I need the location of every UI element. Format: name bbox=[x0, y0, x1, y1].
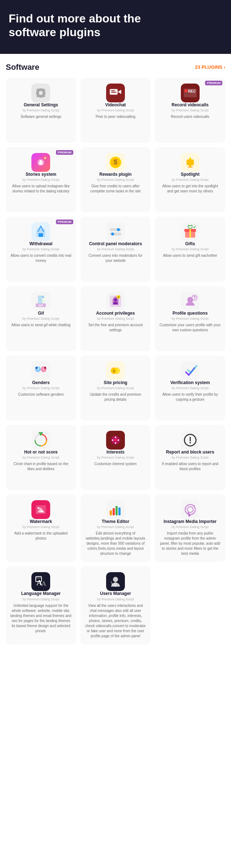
plugin-card-gif[interactable]: GIF Gif by Premium Dating Script Allow u… bbox=[6, 286, 76, 351]
plugin-desc: Allow users to send gift eachother bbox=[163, 253, 217, 258]
plugin-desc: Convert users into moderators for your w… bbox=[85, 253, 147, 263]
plugin-card-stories-system[interactable]: PREMIUM Stories system by Premium Dating… bbox=[6, 147, 76, 212]
svg-point-83 bbox=[38, 507, 40, 509]
section-header: Software 23 PLUGINS bbox=[6, 63, 225, 72]
plugin-author: by Premium Dating Script bbox=[97, 178, 134, 182]
svg-point-45 bbox=[114, 298, 117, 301]
svg-point-75 bbox=[112, 439, 113, 441]
svg-rect-52 bbox=[31, 361, 50, 380]
plugin-name: Gifts bbox=[185, 241, 195, 247]
plugin-icon-instagram-media-importer bbox=[181, 500, 200, 519]
plugin-author: by Premium Dating Script bbox=[97, 386, 134, 390]
plugin-card-watermark[interactable]: Watermark by Premium Dating Script Add a… bbox=[6, 494, 76, 562]
svg-point-72 bbox=[114, 439, 117, 442]
plugin-icon-stories-system bbox=[31, 153, 50, 172]
plugin-desc: Add a watermark to the uploaded photos bbox=[10, 531, 72, 541]
plugin-icon-site-pricing: $ bbox=[106, 361, 125, 380]
premium-badge: PREMIUM bbox=[205, 81, 222, 85]
plugin-desc: Allow users to convert credits into real… bbox=[10, 253, 72, 263]
plugin-card-general-settings[interactable]: General Settings by Premium Dating Scrip… bbox=[6, 78, 76, 143]
plugin-icon-theme-editor bbox=[106, 500, 125, 519]
plugin-card-users-manager[interactable]: Users Manager by Premium Dating Script V… bbox=[80, 566, 151, 644]
plugin-name: Record videocalls bbox=[171, 102, 209, 108]
svg-text:A: A bbox=[42, 580, 46, 587]
plugin-card-account-privileges[interactable]: ★ Account privileges by Premium Dating S… bbox=[80, 286, 151, 351]
svg-point-73 bbox=[115, 437, 116, 438]
plugin-author: by Premium Dating Script bbox=[97, 247, 134, 251]
plugin-desc: Customize your users profile with your o… bbox=[159, 323, 221, 333]
svg-text:?: ? bbox=[193, 296, 196, 300]
plugin-name: Report and block users bbox=[166, 450, 214, 455]
plugin-icon-videochat bbox=[106, 84, 125, 102]
plugin-card-interests[interactable]: Interests by Premium Dating Script Custo… bbox=[80, 425, 151, 490]
svg-point-74 bbox=[115, 442, 116, 444]
plugin-author: by Premium Dating Script bbox=[22, 525, 59, 529]
plugin-name: Language Manager bbox=[21, 591, 61, 597]
svg-point-8 bbox=[184, 89, 187, 92]
svg-rect-25 bbox=[188, 167, 193, 167]
svg-rect-0 bbox=[31, 84, 50, 102]
plugin-name: Watermark bbox=[30, 519, 52, 525]
plugin-card-videochat[interactable]: Videochat by Premium Dating Script Peer … bbox=[80, 78, 151, 143]
header: Find out more about the software plugins bbox=[0, 0, 231, 54]
plugins-link[interactable]: 23 PLUGINS bbox=[195, 64, 225, 70]
plugin-author: by Premium Dating Script bbox=[97, 109, 134, 112]
plugin-desc: Allow users to upload instagram like sto… bbox=[10, 184, 72, 194]
plugin-card-withdrawal[interactable]: PREMIUM Withdrawal by Premium Dating Scr… bbox=[6, 217, 76, 282]
svg-rect-40 bbox=[38, 295, 42, 303]
plugin-author: by Premium Dating Script bbox=[172, 525, 209, 529]
svg-rect-4 bbox=[111, 90, 115, 91]
plugin-card-site-pricing[interactable]: $ Site pricing by Premium Dating Script … bbox=[80, 356, 151, 421]
plugin-card-theme-editor[interactable]: Theme Editor by Premium Dating Script Ed… bbox=[80, 494, 151, 562]
svg-rect-5 bbox=[111, 92, 116, 93]
plugin-author: by Premium Dating Script bbox=[172, 317, 209, 320]
plugin-name: General Settings bbox=[24, 102, 58, 108]
plugin-name: Instagram Media Importer bbox=[164, 519, 217, 525]
plugin-author: by Premium Dating Script bbox=[97, 525, 134, 529]
plugin-card-gifts[interactable]: Gifts by Premium Dating Script Allow use… bbox=[155, 217, 225, 282]
plugin-desc: View all the users interactions and chat… bbox=[85, 603, 147, 639]
svg-rect-89 bbox=[181, 500, 200, 519]
plugin-card-spotlight[interactable]: Spotlight by Premium Dating Script Allow… bbox=[155, 147, 225, 212]
plugin-name: Control panel moderators bbox=[89, 241, 142, 247]
plugin-card-verification-system[interactable]: Verification system by Premium Dating Sc… bbox=[155, 356, 225, 421]
svg-point-13 bbox=[40, 160, 42, 162]
plugin-desc: Peer to peer videocalling bbox=[96, 114, 135, 119]
plugin-card-profile-questions[interactable]: ? Profile questions by Premium Dating Sc… bbox=[155, 286, 225, 351]
plugin-card-rewards-plugin[interactable]: $ Rewards plugin by Premium Dating Scrip… bbox=[80, 147, 151, 212]
plugin-desc: Allow users to get into the spotlight an… bbox=[159, 184, 221, 194]
plugin-name: Stories system bbox=[26, 172, 56, 178]
plugin-card-language-manager[interactable]: A A Language Manager by Premium Dating S… bbox=[6, 566, 76, 644]
svg-text:GIF: GIF bbox=[39, 304, 43, 307]
plugin-desc: Customize interest system bbox=[94, 461, 136, 467]
plugin-icon-users-manager bbox=[106, 572, 125, 591]
premium-badge: PREMIUM bbox=[56, 150, 73, 155]
plugin-desc: Edit almost everything of websites,landi… bbox=[85, 531, 147, 556]
plugin-desc: Set the free and premium account setting… bbox=[85, 323, 147, 333]
plugin-desc: Customize software genders bbox=[18, 392, 64, 397]
plugin-card-record-videocalls[interactable]: PREMIUM REC Record videocalls by Premium… bbox=[155, 78, 225, 143]
plugin-name: Verification system bbox=[170, 380, 210, 386]
plugin-author: by Premium Dating Script bbox=[172, 386, 209, 390]
plugin-name: Users Manager bbox=[100, 591, 131, 597]
plugin-card-report-block-users[interactable]: Report and block users by Premium Dating… bbox=[155, 425, 225, 490]
plugin-author: by Premium Dating Script bbox=[97, 456, 134, 459]
plugin-icon-language-manager: A A bbox=[31, 572, 50, 591]
plugin-name: Videochat bbox=[105, 102, 126, 108]
premium-badge: PREMIUM bbox=[56, 220, 73, 224]
section-title: Software bbox=[6, 63, 39, 72]
plugin-author: by Premium Dating Script bbox=[172, 456, 209, 459]
plugin-card-hot-or-not-score[interactable]: Hot or not score by Premium Dating Scrip… bbox=[6, 425, 76, 490]
svg-point-76 bbox=[118, 439, 119, 441]
svg-point-80 bbox=[189, 442, 191, 443]
plugin-desc: Allow users to verify their profile by c… bbox=[159, 392, 221, 402]
software-section: Software 23 PLUGINS General Settings by … bbox=[0, 54, 231, 653]
plugin-card-control-panel-moderators[interactable]: Control panel moderators by Premium Dati… bbox=[80, 217, 151, 282]
plugin-name: Hot or not score bbox=[24, 450, 58, 455]
header-title: Find out more about the software plugins bbox=[9, 12, 160, 39]
plugin-card-genders[interactable]: ? ? Genders by Premium Dating Script Cus… bbox=[6, 356, 76, 421]
plugin-icon-control-panel-moderators bbox=[106, 222, 125, 241]
plugin-author: by Premium Dating Script bbox=[22, 386, 59, 390]
plugin-card-instagram-media-importer[interactable]: Instagram Media Importer by Premium Dati… bbox=[155, 494, 225, 562]
plugin-icon-genders: ? ? bbox=[31, 361, 50, 380]
